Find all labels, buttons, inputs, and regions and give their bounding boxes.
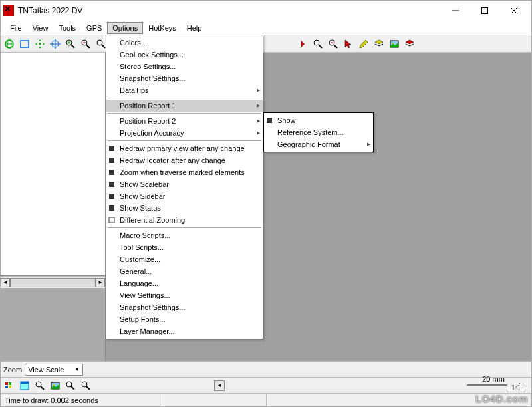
options-macro-scripts[interactable]: Macro Scripts... [106,229,263,241]
menu-file[interactable]: File [5,22,27,34]
svg-rect-50 [109,194,114,199]
zoom-selected: View Scale [28,366,64,374]
options-show-status[interactable]: Show Status [106,202,263,214]
options-projection-accuracy[interactable]: Projection Accuracy▶ [106,127,263,139]
scroll-right-icon[interactable]: ► [96,278,105,287]
posreport-reference-system[interactable]: Reference System... [264,126,373,138]
svg-rect-35 [9,386,11,388]
minimize-button[interactable] [441,1,470,20]
menubar: FileViewToolsGPSOptionsHotKeysHelp [1,21,531,35]
options-customize[interactable]: Customize... [106,253,263,265]
options-tool-scripts[interactable]: Tool Scripts... [106,241,263,253]
options-redraw-primary-view-after-any-change[interactable]: Redraw primary view after any change [106,142,263,154]
tool-zoom-tool[interactable] [311,37,325,51]
zoom-select[interactable]: View Scale ▼ [25,364,83,376]
svg-rect-34 [5,386,8,388]
options-layer-manager[interactable]: Layer Manager... [106,325,263,337]
scroll-left-icon[interactable]: ◄ [1,278,10,287]
close-button[interactable] [499,1,529,20]
options-snapshot-settings[interactable]: Snapshot Settings... [106,72,263,84]
tool-palette[interactable] [2,378,17,393]
menu-options[interactable]: Options [107,22,143,34]
svg-point-42 [66,382,72,387]
submenu-arrow-icon: ▶ [257,88,260,93]
svg-point-8 [39,43,41,45]
options-setup-fonts[interactable]: Setup Fonts... [106,313,263,325]
locator-panel [1,288,105,361]
menu-tools[interactable]: Tools [53,22,81,34]
statusbar: Time to draw: 0.002 seconds [1,393,531,406]
tool-magnify-gradient[interactable] [78,378,93,393]
svg-line-17 [86,45,90,48]
options-position-report-2[interactable]: Position Report 2▶ [106,115,263,127]
svg-rect-46 [109,146,114,151]
tool-move[interactable] [33,37,47,51]
app-icon [3,5,14,16]
options-geolock-settings[interactable]: GeoLock Settings... [106,49,263,61]
svg-line-20 [102,45,105,48]
tool-rect-select[interactable] [17,37,32,51]
tool-magnify[interactable] [33,378,47,393]
content-area: ◄ ► [1,53,531,361]
tool-picture[interactable] [48,378,63,393]
options-show-sidebar[interactable]: Show Sidebar [106,190,263,202]
svg-line-45 [86,386,90,390]
options-colors[interactable]: Colors... [106,37,263,49]
tool-zoom-minus[interactable] [326,37,340,51]
check-icon [108,217,115,223]
window-title: TNTatlas 2022 DV [18,6,441,15]
watermark: LO4D.com [475,393,528,404]
options-stereo-settings[interactable]: Stereo Settings... [106,61,263,72]
svg-point-19 [97,40,102,45]
options-position-report-1[interactable]: Position Report 1▶ [106,100,263,112]
position-report-submenu: ShowReference System...Geographic Format… [263,112,374,152]
options-general[interactable]: General... [106,265,263,277]
options-datatips[interactable]: DataTips▶ [106,84,263,96]
check-icon [108,205,115,211]
options-snapshot-settings[interactable]: Snapshot Settings... [106,301,263,313]
options-zoom-when-traverse-marked-elements[interactable]: Zoom when traverse marked elements [106,166,263,178]
svg-line-43 [71,386,74,390]
menu-hotkeys[interactable]: HotKeys [143,22,182,34]
tool-window[interactable] [17,378,32,393]
tool-layers-yellow[interactable] [372,37,386,51]
svg-line-39 [41,386,44,390]
sidebar: ◄ ► [1,53,106,361]
tool-layers-red[interactable] [402,37,417,51]
svg-rect-52 [109,217,114,223]
options-language[interactable]: Language... [106,277,263,289]
menu-gps[interactable]: GPS [81,22,107,34]
hscroll-left-icon[interactable]: ◄ [214,380,225,391]
tool-cursor[interactable] [341,37,356,51]
svg-point-25 [314,40,319,45]
dropdown-arrow-icon: ▼ [74,366,80,372]
zoom-label: Zoom [3,366,22,374]
svg-rect-53 [267,118,272,123]
tool-zoom-out[interactable] [78,37,93,51]
maximize-button[interactable] [470,1,499,20]
scale-ratio: 1:1 [507,384,525,392]
sidebar-scrollbar[interactable]: ◄ ► [1,276,105,288]
options-view-settings[interactable]: View Settings... [106,289,263,301]
tool-crosshair[interactable] [48,37,63,51]
check-icon [108,157,115,164]
svg-line-28 [334,45,337,48]
posreport-geographic-format[interactable]: Geographic Format▶ [264,138,373,150]
tool-pencil[interactable] [356,37,371,51]
submenu-arrow-icon: ▶ [257,103,260,108]
check-icon [108,181,115,188]
tool-pan-right[interactable] [295,37,310,51]
scroll-track[interactable] [10,278,96,287]
options-show-scalebar[interactable]: Show Scalebar [106,178,263,190]
tool-globe[interactable] [2,37,17,51]
tool-image-toggle[interactable] [387,37,402,51]
tool-magnify-blue[interactable] [63,378,78,393]
tool-zoom-in[interactable] [63,37,78,51]
sidebar-top-panel [1,53,105,276]
options-redraw-locator-after-any-change[interactable]: Redraw locator after any change [106,154,263,166]
menu-view[interactable]: View [27,22,54,34]
svg-point-38 [36,382,41,387]
posreport-show[interactable]: Show [264,114,373,126]
options-differential-zooming[interactable]: Differential Zooming [106,214,263,226]
menu-help[interactable]: Help [182,22,207,34]
